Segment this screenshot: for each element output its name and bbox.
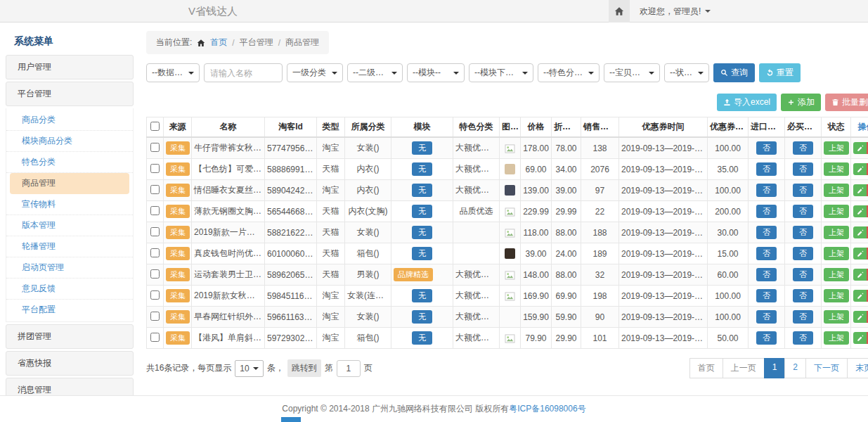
edit-button[interactable] <box>853 184 867 196</box>
select-all-checkbox[interactable] <box>150 122 160 131</box>
sidebar-subitem[interactable]: 平台配置 <box>6 300 133 320</box>
row-checkbox[interactable] <box>150 312 160 321</box>
edit-button[interactable] <box>853 205 867 217</box>
must-buy-toggle[interactable]: 否 <box>793 289 813 302</box>
edit-button[interactable] <box>853 290 867 302</box>
row-checkbox[interactable] <box>150 164 160 173</box>
edit-button[interactable] <box>853 332 867 344</box>
import-choice-toggle[interactable]: 否 <box>756 184 777 197</box>
must-buy-toggle[interactable]: 否 <box>793 226 813 239</box>
status-toggle[interactable]: 上架 <box>824 205 849 218</box>
page-button[interactable]: 末页 <box>847 358 868 378</box>
filter-feature-select[interactable]: --特色分类-- <box>538 63 600 82</box>
status-toggle[interactable]: 上架 <box>824 162 849 176</box>
edit-button[interactable] <box>853 248 867 260</box>
pagination: 共16条记录，每页显示 10 条， 跳转到 第 页 首页上一页12下一页末页 <box>146 358 868 378</box>
edit-button[interactable] <box>853 311 867 323</box>
must-buy-toggle[interactable]: 否 <box>793 310 813 324</box>
edit-button[interactable] <box>853 226 867 238</box>
sidebar-subitem[interactable]: 商品管理 <box>10 173 129 194</box>
filter-status-select[interactable]: --状态-- <box>664 63 709 82</box>
status-toggle[interactable]: 上架 <box>824 184 849 197</box>
jump-to-button[interactable]: 跳转到 <box>287 359 321 377</box>
filter-data-source-select[interactable]: --数据来源-- <box>146 63 200 82</box>
row-checkbox[interactable] <box>150 185 160 194</box>
import-choice-toggle[interactable]: 否 <box>756 247 777 260</box>
row-checkbox[interactable] <box>150 227 160 236</box>
caret-down-icon <box>253 367 259 370</box>
page-button[interactable]: 1 <box>764 358 786 378</box>
status-toggle[interactable]: 上架 <box>824 141 849 155</box>
import-choice-toggle[interactable]: 否 <box>756 205 777 218</box>
filter-level1-select[interactable]: 一级分类 <box>287 63 343 82</box>
sidebar-group-0[interactable]: 用户管理 <box>6 55 134 79</box>
import-excel-button[interactable]: 导入excel <box>717 94 777 111</box>
must-buy-toggle[interactable]: 否 <box>793 184 813 197</box>
page-button[interactable]: 下一页 <box>805 358 848 378</box>
page-button[interactable]: 2 <box>784 358 806 378</box>
import-choice-toggle[interactable]: 否 <box>756 331 777 345</box>
status-toggle[interactable]: 上架 <box>824 268 849 281</box>
per-page-select[interactable]: 10 <box>235 360 263 377</box>
edit-button[interactable] <box>853 163 867 175</box>
filter-module-select[interactable]: --模块-- <box>407 63 465 82</box>
jump-page-input[interactable] <box>337 360 361 377</box>
row-checkbox[interactable] <box>150 290 160 300</box>
sidebar-subitem[interactable]: 模块商品分类 <box>6 131 133 152</box>
import-choice-toggle[interactable]: 否 <box>756 226 777 239</box>
sidebar-subitem[interactable]: 特色分类 <box>6 152 133 173</box>
row-checkbox[interactable] <box>150 143 160 152</box>
sidebar-subitem[interactable]: 商品分类 <box>6 110 133 131</box>
must-buy-toggle[interactable]: 否 <box>793 268 813 281</box>
row-checkbox[interactable] <box>150 333 160 342</box>
home-button[interactable] <box>609 0 630 23</box>
reset-button[interactable]: 重置 <box>759 63 801 82</box>
must-buy-toggle[interactable]: 否 <box>793 331 813 345</box>
sidebar-group-1[interactable]: 平台管理 <box>6 82 134 106</box>
filter-level2-select[interactable]: --二级分类-- <box>347 63 403 82</box>
sidebar-subitem[interactable]: 版本管理 <box>6 215 133 236</box>
sidebar-subitem[interactable]: 启动页管理 <box>6 257 133 279</box>
status-toggle[interactable]: 上架 <box>824 247 849 260</box>
must-buy-toggle[interactable]: 否 <box>793 141 813 155</box>
must-buy-toggle[interactable]: 否 <box>793 205 813 218</box>
edit-button[interactable] <box>853 269 867 281</box>
breadcrumb-home-link[interactable]: 首页 <box>210 37 227 49</box>
import-choice-toggle[interactable]: 否 <box>756 162 777 176</box>
source-badge: 采集 <box>166 310 190 324</box>
sidebar-subitem[interactable]: 宣传物料 <box>6 194 133 215</box>
filter-module-sub-select[interactable]: --模块下分类-- <box>469 63 533 82</box>
status-toggle[interactable]: 上架 <box>824 331 849 345</box>
must-buy-toggle[interactable]: 否 <box>793 247 813 260</box>
row-checkbox[interactable] <box>150 206 160 215</box>
batch-delete-button[interactable]: 批量删除 <box>825 94 868 111</box>
add-button[interactable]: 添加 <box>781 94 821 111</box>
sidebar-group-3[interactable]: 省惠快报 <box>6 351 134 376</box>
sidebar-subitem[interactable]: 意见反馈 <box>6 279 133 300</box>
icp-link[interactable]: 粤ICP备16098006号 <box>509 403 585 415</box>
page-button[interactable]: 上一页 <box>723 358 765 378</box>
sidebar-group-4[interactable]: 消息管理 <box>6 378 134 395</box>
status-toggle[interactable]: 上架 <box>824 310 849 324</box>
user-menu[interactable]: 欢迎您，管理员! <box>640 6 711 18</box>
status-toggle[interactable]: 上架 <box>824 289 849 302</box>
search-button[interactable]: 查询 <box>713 63 755 82</box>
module-badge: 无 <box>412 247 432 260</box>
edit-button[interactable] <box>853 142 867 154</box>
import-choice-toggle[interactable]: 否 <box>756 141 777 155</box>
page-button[interactable]: 首页 <box>689 358 723 378</box>
must-buy-toggle[interactable]: 否 <box>793 162 813 176</box>
caret-down-icon <box>522 72 528 75</box>
import-choice-toggle[interactable]: 否 <box>756 268 777 281</box>
status-toggle[interactable]: 上架 <box>824 226 849 239</box>
sidebar-group-2[interactable]: 拼团管理 <box>6 324 134 349</box>
goods-name-cell: 【七色纺】可爱纯棉家... <box>192 159 265 180</box>
name-search-input[interactable] <box>204 63 283 82</box>
sidebar-subitem[interactable]: 轮播管理 <box>6 236 133 257</box>
filter-item-type-select[interactable]: --宝贝类型-- <box>604 63 660 82</box>
import-choice-toggle[interactable]: 否 <box>756 310 777 324</box>
row-checkbox[interactable] <box>150 269 160 279</box>
row-checkbox[interactable] <box>150 248 160 257</box>
price-cell: 39.00 <box>521 243 552 264</box>
import-choice-toggle[interactable]: 否 <box>756 289 777 302</box>
